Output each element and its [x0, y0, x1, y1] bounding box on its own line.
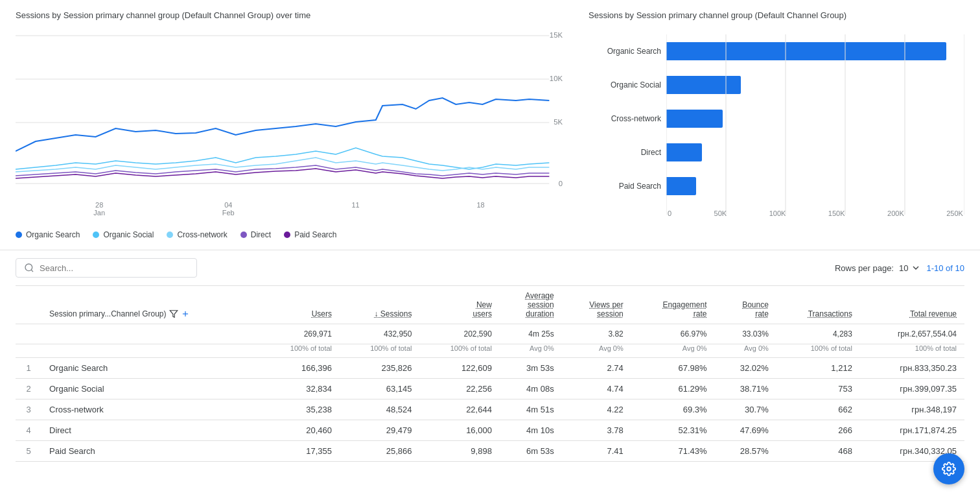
col-header-channel-label: Session primary...Channel Group): [49, 309, 167, 318]
row-engagement-2: 61.29%: [631, 379, 715, 399]
settings-icon: [942, 462, 956, 476]
table-row: 3 Cross-network 35,238 48,524 22,644 4m …: [16, 399, 964, 420]
bar-chart: Organic Search Organic Social Cross-netw…: [589, 28, 964, 222]
totals-channel: [41, 324, 260, 344]
col-header-new-users[interactable]: Newusers: [419, 286, 499, 324]
col-header-total-revenue[interactable]: Total revenue: [860, 286, 964, 324]
bar-label-organic-search: Organic Search: [589, 47, 661, 56]
row-views-1: 2.74: [562, 358, 631, 379]
row-users-4: 20,460: [260, 420, 340, 441]
legend-item-paid-search: Paid Search: [284, 230, 336, 239]
row-sessions-2: 63,145: [340, 379, 419, 399]
row-bounce-3: 30.7%: [715, 399, 776, 420]
col-header-index: [16, 286, 41, 324]
row-channel-2[interactable]: Organic Social: [41, 379, 260, 399]
line-chart-title: Sessions by Session primary channel grou…: [16, 10, 563, 20]
col-header-bounce-rate[interactable]: Bouncerate: [715, 286, 776, 324]
legend-item-direct: Direct: [240, 230, 271, 239]
svg-text:5K: 5K: [554, 118, 563, 126]
row-transactions-5: 468: [776, 441, 860, 462]
legend-dot-paid-search: [284, 232, 290, 238]
bar-label-organic-social: Organic Social: [589, 80, 661, 89]
legend-label-organic-search: Organic Search: [26, 230, 80, 239]
bar-label-cross-network: Cross-network: [589, 114, 661, 123]
svg-text:0: 0: [559, 180, 563, 187]
legend-label-direct: Direct: [251, 230, 271, 239]
col-header-avg-session[interactable]: Averagesessionduration: [500, 286, 562, 324]
totals-avg-sub: Avg 0%: [500, 344, 562, 358]
row-views-2: 4.74: [562, 379, 631, 399]
row-channel-4[interactable]: Direct: [41, 420, 260, 441]
rows-per-page-label: Rows per page:: [835, 263, 894, 273]
row-sessions-1: 235,826: [340, 358, 419, 379]
totals-sub-row: 100% of total 100% of total 100% of tota…: [16, 344, 964, 358]
svg-line-15: [31, 270, 33, 272]
page-range: 1-10 of 10: [926, 263, 964, 273]
col-header-sessions[interactable]: ↓ Sessions: [340, 286, 419, 324]
row-bounce-4: 47.69%: [715, 420, 776, 441]
col-header-transactions[interactable]: Transactions: [776, 286, 860, 324]
col-header-users[interactable]: Users: [260, 286, 340, 324]
add-icon[interactable]: [181, 309, 190, 318]
table-row: 2 Organic Social 32,834 63,145 22,256 4m…: [16, 379, 964, 399]
bar-chart-area: 0 50K 100K 150K 200K 250K: [666, 28, 964, 222]
totals-views-sub: Avg 0%: [562, 344, 631, 358]
legend-item-organic-social: Organic Social: [93, 230, 154, 239]
row-users-1: 166,396: [260, 358, 340, 379]
line-chart-svg: 15K 10K 5K 0: [16, 28, 563, 196]
totals-users: 269,971: [260, 324, 340, 344]
row-revenue-1: грн.833,350.23: [860, 358, 964, 379]
fab-button[interactable]: [933, 453, 964, 484]
col-header-views-per-session[interactable]: Views persession: [562, 286, 631, 324]
legend-label-paid-search: Paid Search: [294, 230, 336, 239]
svg-text:15K: 15K: [550, 31, 563, 39]
totals-row: 269,971 432,950 202,590 4m 25s 3.82 66.9…: [16, 324, 964, 344]
svg-point-14: [25, 264, 32, 271]
totals-avg-session: 4m 25s: [500, 324, 562, 344]
row-users-3: 35,238: [260, 399, 340, 420]
search-icon: [24, 263, 34, 273]
row-channel-5[interactable]: Paid Search: [41, 441, 260, 462]
table-row: 4 Direct 20,460 29,479 16,000 4m 10s 3.7…: [16, 420, 964, 441]
totals-revenue: грн.2,657,554.04: [860, 324, 964, 344]
row-bounce-1: 32.02%: [715, 358, 776, 379]
row-channel-1[interactable]: Organic Search: [41, 358, 260, 379]
row-avg-session-4: 4m 10s: [500, 420, 562, 441]
totals-engagement-sub: Avg 0%: [631, 344, 715, 358]
row-sessions-3: 48,524: [340, 399, 419, 420]
filter-icon[interactable]: [169, 309, 178, 318]
search-box[interactable]: [16, 258, 197, 278]
row-engagement-3: 69.3%: [631, 399, 715, 420]
row-index-2: 2: [16, 379, 41, 399]
row-views-3: 4.22: [562, 399, 631, 420]
legend-label-organic-social: Organic Social: [103, 230, 154, 239]
col-header-channel[interactable]: Session primary...Channel Group): [41, 286, 260, 324]
row-new-users-2: 22,256: [419, 379, 499, 399]
row-channel-3[interactable]: Cross-network: [41, 399, 260, 420]
chevron-down-icon: [911, 263, 921, 273]
rows-per-page-select[interactable]: 10: [899, 263, 921, 273]
totals-index: [16, 324, 41, 344]
legend-dot-cross-network: [167, 232, 173, 238]
row-avg-session-5: 6m 53s: [500, 441, 562, 462]
row-revenue-2: грн.399,097.35: [860, 379, 964, 399]
row-avg-session-3: 4m 51s: [500, 399, 562, 420]
row-index-1: 1: [16, 358, 41, 379]
table-row: 1 Organic Search 166,396 235,826 122,609…: [16, 358, 964, 379]
svg-point-19: [947, 467, 951, 471]
svg-marker-16: [170, 311, 178, 318]
legend-item-organic-search: Organic Search: [16, 230, 80, 239]
totals-transactions-sub: 100% of total: [776, 344, 860, 358]
legend-item-cross-network: Cross-network: [167, 230, 227, 239]
search-input[interactable]: [40, 263, 189, 273]
pagination-area: Rows per page: 10 1-10 of 10: [835, 263, 964, 273]
row-index-5: 5: [16, 441, 41, 462]
row-avg-session-1: 3m 53s: [500, 358, 562, 379]
bar-label-paid-search: Paid Search: [589, 182, 661, 191]
row-new-users-3: 22,644: [419, 399, 499, 420]
totals-sessions-sub: 100% of total: [340, 344, 419, 358]
row-users-5: 17,355: [260, 441, 340, 462]
col-header-engagement-rate[interactable]: Engagementrate: [631, 286, 715, 324]
legend-dot-organic-social: [93, 232, 99, 238]
totals-transactions: 4,283: [776, 324, 860, 344]
